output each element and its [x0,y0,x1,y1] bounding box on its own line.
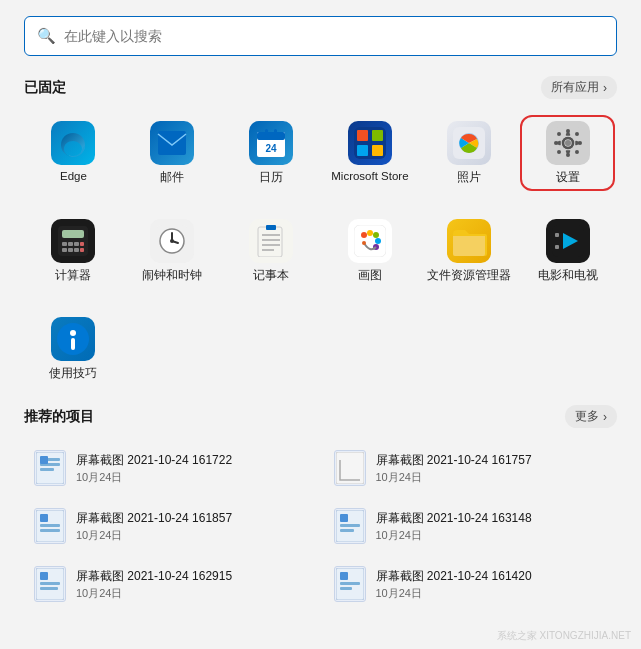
svg-rect-67 [40,514,48,522]
app-clock[interactable]: 闹钟和时钟 [123,211,222,291]
search-input[interactable] [64,28,604,44]
paint-label: 画图 [358,268,382,283]
svg-rect-34 [80,248,84,252]
rec-item-2[interactable]: 屏幕截图 2021-10-24 161857 10月24日 [24,500,318,552]
calc-icon [51,219,95,263]
svg-rect-0 [158,131,186,155]
svg-rect-26 [62,230,84,238]
svg-rect-8 [372,130,383,141]
all-apps-label: 所有应用 [551,79,599,96]
svg-rect-75 [40,572,48,580]
svg-point-22 [575,132,579,136]
rec-date-4: 10月24日 [76,586,232,601]
svg-rect-33 [74,248,79,252]
app-explorer[interactable]: 文件资源管理器 [419,211,518,291]
svg-point-48 [367,230,373,236]
edge-icon [51,121,95,165]
svg-rect-73 [340,529,354,532]
svg-rect-59 [71,338,75,350]
rec-item-3[interactable]: 屏幕截图 2021-10-24 163148 10月24日 [324,500,618,552]
svg-point-18 [578,141,582,145]
search-icon: 🔍 [37,27,56,45]
app-paint[interactable]: 画图 [321,211,420,291]
svg-point-24 [565,140,571,146]
rec-date-0: 10月24日 [76,470,232,485]
svg-point-52 [362,241,366,245]
svg-rect-63 [40,468,54,471]
more-button[interactable]: 更多 › [565,405,617,428]
svg-point-19 [557,132,561,136]
app-mail[interactable]: 邮件 [123,113,222,193]
photos-label: 照片 [457,170,481,185]
tips-icon [51,317,95,361]
svg-rect-32 [68,248,73,252]
movies-icon [546,219,590,263]
pinned-apps-grid: Edge 邮件 24 日历 [24,113,617,193]
notepad-label: 记事本 [253,268,289,283]
rec-name-2: 屏幕截图 2021-10-24 161857 [76,510,232,527]
rec-info-4: 屏幕截图 2021-10-24 162915 10月24日 [76,568,232,601]
svg-rect-30 [80,242,84,246]
rec-name-4: 屏幕截图 2021-10-24 162915 [76,568,232,585]
svg-rect-69 [40,529,60,532]
mail-icon [150,121,194,165]
explorer-label: 文件资源管理器 [427,268,511,283]
svg-rect-3 [265,129,268,135]
rec-icon-2 [34,508,66,544]
app-photos[interactable]: 照片 [419,113,518,193]
store-label: Microsoft Store [331,170,408,182]
pinned-section-header: 已固定 所有应用 › [24,76,617,99]
app-movies[interactable]: 电影和电视 [518,211,617,291]
notepad-icon [249,219,293,263]
photos-icon [447,121,491,165]
svg-point-39 [170,239,174,243]
app-calc[interactable]: 计算器 [24,211,123,291]
pinned-title: 已固定 [24,79,66,97]
rec-info-1: 屏幕截图 2021-10-24 161757 10月24日 [376,452,532,485]
svg-point-17 [554,141,558,145]
app-calendar[interactable]: 24 日历 [222,113,321,193]
store-icon [348,121,392,165]
app-edge[interactable]: Edge [24,113,123,193]
svg-rect-71 [340,514,348,522]
rec-date-1: 10月24日 [376,470,532,485]
rec-name-0: 屏幕截图 2021-10-24 161722 [76,452,232,469]
svg-rect-45 [266,225,276,230]
app-settings[interactable]: 设置 [518,113,617,193]
svg-rect-56 [555,245,559,249]
calendar-label: 日历 [259,170,283,185]
svg-rect-9 [357,145,368,156]
rec-item-5[interactable]: 屏幕截图 2021-10-24 161420 10月24日 [324,558,618,610]
app-tips[interactable]: 使用技巧 [24,309,123,389]
rec-info-2: 屏幕截图 2021-10-24 161857 10月24日 [76,510,232,543]
rec-date-3: 10月24日 [376,528,532,543]
search-bar[interactable]: 🔍 [24,16,617,56]
tips-label: 使用技巧 [49,366,97,381]
clock-label: 闹钟和时钟 [142,268,202,283]
rec-item-1[interactable]: 屏幕截图 2021-10-24 161757 10月24日 [324,442,618,494]
pinned-apps-grid-2: 计算器 闹钟和时钟 [24,211,617,291]
clock-icon [150,219,194,263]
rec-item-0[interactable]: 屏幕截图 2021-10-24 161722 10月24日 [24,442,318,494]
mail-label: 邮件 [160,170,184,185]
svg-point-47 [361,232,367,238]
svg-rect-4 [274,129,277,135]
svg-rect-68 [40,524,60,527]
rec-item-4[interactable]: 屏幕截图 2021-10-24 162915 10月24日 [24,558,318,610]
more-chevron: › [603,410,607,424]
svg-rect-79 [340,572,348,580]
rec-name-1: 屏幕截图 2021-10-24 161757 [376,452,532,469]
rec-info-3: 屏幕截图 2021-10-24 163148 10月24日 [376,510,532,543]
movies-label: 电影和电视 [538,268,598,283]
more-label: 更多 [575,408,599,425]
svg-rect-7 [357,130,368,141]
all-apps-button[interactable]: 所有应用 › [541,76,617,99]
svg-rect-81 [340,587,352,590]
app-notepad[interactable]: 记事本 [222,211,321,291]
app-store[interactable]: Microsoft Store [321,113,420,193]
rec-info-5: 屏幕截图 2021-10-24 161420 10月24日 [376,568,532,601]
rec-date-2: 10月24日 [76,528,232,543]
svg-rect-80 [340,582,360,585]
calc-label: 计算器 [55,268,91,283]
svg-point-15 [566,129,570,133]
